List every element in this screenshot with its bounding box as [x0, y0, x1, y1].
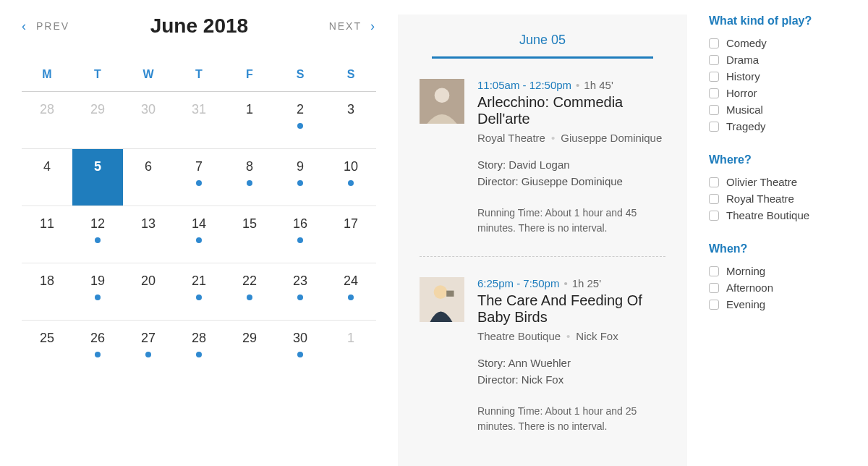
- calendar-grid: MTWTFSS 28293031123456789101112131415161…: [22, 59, 376, 377]
- event-dot-icon: [145, 352, 151, 357]
- calendar-day[interactable]: 13: [123, 206, 174, 263]
- filter-option-label: Tragedy: [726, 120, 765, 132]
- calendar-day[interactable]: 30: [123, 92, 174, 148]
- checkbox-icon: [709, 300, 719, 310]
- day-number: 20: [141, 274, 156, 289]
- calendar-day[interactable]: 29: [72, 92, 123, 148]
- calendar-day[interactable]: 18: [22, 263, 72, 320]
- calendar-day[interactable]: 9: [275, 149, 326, 206]
- prev-month-button[interactable]: ‹ PREV: [22, 19, 69, 34]
- day-number: 1: [347, 331, 354, 346]
- event-item[interactable]: 11:05am - 12:50pm•1h 45'Arlecchino: Comm…: [420, 73, 665, 256]
- calendar-day[interactable]: 10: [326, 149, 376, 206]
- calendar-day[interactable]: 3: [326, 92, 376, 148]
- filter-title-kind: What kind of play?: [709, 14, 846, 27]
- filter-option-when[interactable]: Morning: [709, 263, 846, 279]
- filter-title-where: Where?: [709, 153, 846, 166]
- filter-option-kind[interactable]: Drama: [709, 51, 846, 68]
- calendar-day[interactable]: 25: [22, 321, 72, 377]
- calendar-day[interactable]: 11: [22, 206, 72, 263]
- filter-option-kind[interactable]: History: [709, 68, 846, 85]
- day-number: 1: [246, 102, 253, 117]
- calendar-day[interactable]: 6: [123, 149, 174, 206]
- checkbox-icon: [709, 283, 719, 293]
- filter-option-where[interactable]: Royal Theatre: [709, 190, 846, 207]
- calendar-day[interactable]: 29: [224, 321, 275, 377]
- calendar-day[interactable]: 28: [22, 92, 72, 148]
- filter-option-label: Comedy: [726, 37, 767, 49]
- calendar-day[interactable]: 20: [123, 263, 174, 320]
- calendar-day[interactable]: 31: [174, 92, 224, 148]
- filter-option-kind[interactable]: Comedy: [709, 35, 846, 51]
- next-month-button[interactable]: NEXT ›: [329, 19, 376, 34]
- event-time: 11:05am - 12:50pm•1h 45': [477, 79, 665, 91]
- checkbox-icon: [709, 211, 719, 221]
- calendar-day[interactable]: 1: [326, 321, 376, 377]
- calendar-day[interactable]: 19: [72, 263, 123, 320]
- event-dot-icon: [247, 295, 252, 300]
- filter-option-when[interactable]: Evening: [709, 296, 846, 313]
- calendar-day[interactable]: 21: [174, 263, 224, 320]
- day-number: 24: [344, 274, 358, 289]
- day-number: 13: [141, 216, 156, 232]
- calendar-title: June 2018: [150, 14, 248, 38]
- filters-panel: What kind of play? ComedyDramaHistoryHor…: [709, 14, 846, 466]
- event-body: 6:25pm - 7:50pm•1h 25'The Care And Feedi…: [477, 277, 665, 434]
- event-dot-icon: [297, 180, 303, 186]
- calendar-week-row: 18192021222324: [22, 263, 376, 321]
- filter-option-label: Evening: [726, 298, 765, 310]
- event-dot-icon: [247, 180, 252, 186]
- calendar-day[interactable]: 8: [224, 149, 275, 206]
- event-dot-icon: [196, 352, 202, 357]
- filter-option-kind[interactable]: Musical: [709, 101, 846, 118]
- calendar-day[interactable]: 17: [326, 206, 376, 263]
- calendar-day[interactable]: 1: [224, 92, 275, 148]
- calendar-day[interactable]: 2: [275, 92, 326, 148]
- calendar-day[interactable]: 7: [174, 149, 224, 206]
- calendar-day[interactable]: 5: [72, 149, 123, 206]
- calendar-day[interactable]: 30: [275, 321, 326, 377]
- svg-rect-4: [446, 291, 454, 297]
- event-dot-icon: [95, 352, 101, 357]
- day-number: 11: [40, 216, 54, 232]
- event-item[interactable]: 6:25pm - 7:50pm•1h 25'The Care And Feedi…: [420, 256, 665, 454]
- day-number: 21: [192, 274, 206, 289]
- day-number: 10: [344, 159, 358, 174]
- event-dot-icon: [196, 295, 202, 300]
- filter-group-when: When? MorningAfternoonEvening: [709, 242, 846, 313]
- filter-group-where: Where? Olivier TheatreRoyal TheatreTheat…: [709, 153, 846, 224]
- filter-option-when[interactable]: Afternoon: [709, 279, 846, 296]
- calendar-day[interactable]: 14: [174, 206, 224, 263]
- calendar-day[interactable]: 23: [275, 263, 326, 320]
- day-number: 28: [192, 331, 206, 346]
- calendar-day[interactable]: 28: [174, 321, 224, 377]
- filter-option-kind[interactable]: Tragedy: [709, 118, 846, 135]
- calendar-day[interactable]: 15: [224, 206, 275, 263]
- day-number: 28: [40, 102, 54, 117]
- calendar-day[interactable]: 27: [123, 321, 174, 377]
- day-number: 23: [293, 274, 307, 289]
- calendar-day[interactable]: 4: [22, 149, 72, 206]
- calendar-day[interactable]: 12: [72, 206, 123, 263]
- calendar-day[interactable]: 26: [72, 321, 123, 377]
- calendar-day[interactable]: 24: [326, 263, 376, 320]
- filter-option-where[interactable]: Olivier Theatre: [709, 174, 846, 190]
- calendar-week-row: 28293031123: [22, 92, 376, 149]
- calendar-week-row: 2526272829301: [22, 321, 376, 377]
- filter-title-when: When?: [709, 242, 846, 255]
- event-dot-icon: [95, 295, 101, 300]
- calendar-day[interactable]: 16: [275, 206, 326, 263]
- calendar-day[interactable]: 22: [224, 263, 275, 320]
- prev-label: PREV: [36, 20, 69, 32]
- day-number: 30: [293, 331, 307, 346]
- chevron-left-icon: ‹: [22, 19, 27, 34]
- filter-option-where[interactable]: Theatre Boutique: [709, 207, 846, 224]
- svg-point-1: [435, 88, 450, 103]
- weekday-head: S: [275, 59, 326, 91]
- checkbox-icon: [709, 194, 719, 204]
- event-running-time: Running Time: About 1 hour and 25 minute…: [477, 404, 665, 434]
- filter-option-label: History: [726, 70, 760, 82]
- filter-option-kind[interactable]: Horror: [709, 85, 846, 101]
- day-number: 22: [242, 274, 257, 289]
- event-running-time: Running Time: About 1 hour and 45 minute…: [477, 206, 665, 236]
